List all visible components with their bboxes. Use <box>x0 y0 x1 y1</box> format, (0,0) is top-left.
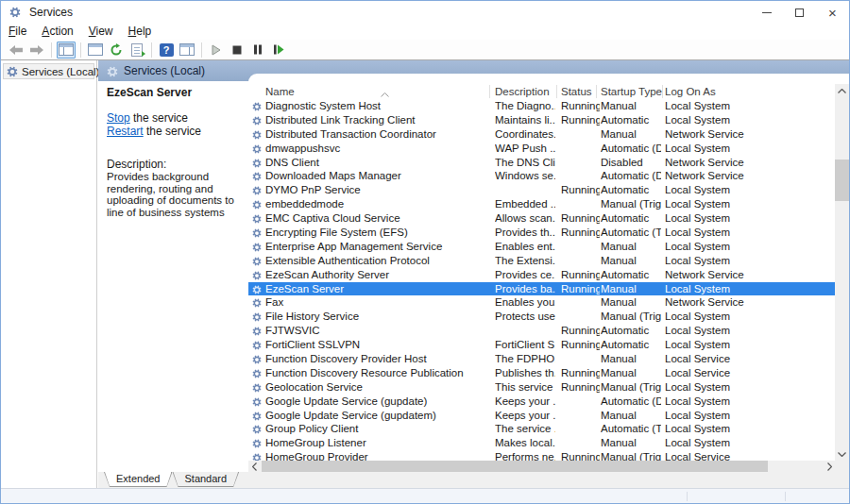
restart-icon <box>273 44 284 55</box>
column-header-log-on-as[interactable]: Log On As <box>665 84 716 99</box>
service-row[interactable]: Google Update Service (gupdate) Keeps yo… <box>248 395 836 409</box>
help-button[interactable]: ? <box>157 42 176 59</box>
horizontal-scrollbar[interactable] <box>248 461 836 472</box>
column-divider[interactable] <box>662 85 663 98</box>
service-row[interactable]: Downloaded Maps Manager Windows se... Au… <box>248 169 836 183</box>
service-description-cell: Provides th... <box>495 226 555 240</box>
horizontal-scrollbar-thumb[interactable] <box>262 461 768 472</box>
restart-service-button[interactable] <box>269 42 288 59</box>
column-header-name[interactable]: Name <box>265 84 295 99</box>
toolbar-separator <box>51 42 52 58</box>
console-tree-icon <box>59 43 74 56</box>
service-description-cell: Provides ba... <box>495 282 555 296</box>
service-description-cell: The service ... <box>495 422 555 436</box>
service-row[interactable]: dmwappushsvc WAP Push ... Automatic (D..… <box>248 142 836 156</box>
properties-icon <box>88 43 103 56</box>
service-row[interactable]: Enterprise App Management Service Enable… <box>248 240 836 254</box>
service-name-cell: HomeGroup Listener <box>265 436 488 450</box>
refresh-button[interactable] <box>107 42 126 59</box>
service-startup-type-cell: Manual <box>601 99 661 113</box>
service-row[interactable]: EzeScan Server Provides ba... Running Ma… <box>248 282 836 296</box>
column-header-status[interactable]: Status <box>561 84 592 99</box>
service-startup-type-cell: Automatic <box>601 338 661 352</box>
description-text: Provides background rendering, routing a… <box>107 171 250 218</box>
service-name-cell: Distributed Transaction Coordinator <box>265 127 488 142</box>
stop-service-link[interactable]: Stop <box>107 111 130 125</box>
menu-file[interactable]: File <box>1 24 34 40</box>
service-status-cell <box>561 352 600 366</box>
column-divider[interactable] <box>556 85 557 98</box>
properties-button[interactable] <box>86 42 105 59</box>
service-list-body: Diagnostic System Host The Diagno... Run… <box>248 99 836 462</box>
show-action-pane-button[interactable] <box>178 42 196 59</box>
service-row[interactable]: Distributed Link Tracking Client Maintai… <box>248 113 836 127</box>
service-row[interactable]: DNS Client The DNS Cli... Disabled Netwo… <box>248 156 836 170</box>
menu-help[interactable]: Help <box>121 24 160 40</box>
service-row[interactable]: Geolocation Service This service ... Run… <box>248 380 836 395</box>
service-logon-cell: Local System <box>665 197 778 211</box>
column-divider[interactable] <box>596 85 597 98</box>
menu-action[interactable]: Action <box>34 24 80 40</box>
service-row[interactable]: DYMO PnP Service Running Automatic Local… <box>248 183 836 197</box>
service-startup-type-cell: Automatic <box>601 324 661 338</box>
toolbar: ? <box>1 40 849 60</box>
service-name-cell: FortiClient SSLVPN <box>265 338 488 352</box>
forward-button[interactable] <box>27 42 46 59</box>
close-button[interactable]: × <box>816 1 849 24</box>
tab-standard[interactable]: Standard <box>172 472 239 487</box>
scrollbar-corner <box>835 461 849 472</box>
service-row[interactable]: Function Discovery Resource Publication … <box>248 366 836 380</box>
service-row[interactable]: File History Service Protects use... Man… <box>248 310 836 324</box>
service-row[interactable]: HomeGroup Listener Makes local... Manual… <box>248 436 836 450</box>
service-logon-cell: Local System <box>665 113 778 127</box>
close-icon: × <box>828 6 837 20</box>
scroll-up-button[interactable] <box>835 84 849 98</box>
service-status-cell: Running <box>561 282 600 296</box>
service-startup-type-cell: Automatic <box>601 211 661 226</box>
service-row[interactable]: EMC Captiva Cloud Service Allows scan...… <box>248 211 836 226</box>
service-row[interactable]: Function Discovery Provider Host The FDP… <box>248 352 836 366</box>
service-description-cell: Publishes th... <box>495 366 555 380</box>
stop-service-button[interactable] <box>228 42 246 59</box>
service-row[interactable]: embeddedmode Embedded ... Manual (Trig..… <box>248 197 836 211</box>
menu-view[interactable]: View <box>81 24 121 40</box>
service-status-cell: Running <box>561 324 600 338</box>
restart-service-link[interactable]: Restart <box>107 125 144 138</box>
minimize-button[interactable] <box>750 1 783 24</box>
vertical-scrollbar[interactable] <box>835 84 849 462</box>
column-header-startup-type[interactable]: Startup Type <box>601 84 662 99</box>
service-row[interactable]: Fax Enables you... Manual Network Servic… <box>248 295 836 310</box>
show-console-tree-button[interactable] <box>57 42 76 59</box>
service-startup-type-cell: Disabled <box>601 156 661 170</box>
start-service-button[interactable] <box>207 42 226 59</box>
chevron-up-icon <box>838 89 846 93</box>
scroll-left-button[interactable] <box>248 461 261 472</box>
service-logon-cell: Network Service <box>665 127 778 142</box>
column-header-description[interactable]: Description <box>495 84 550 99</box>
service-description-cell: The DNS Cli... <box>495 156 555 170</box>
service-row[interactable]: Encrypting File System (EFS) Provides th… <box>248 226 836 240</box>
pause-service-button[interactable] <box>248 42 267 59</box>
service-row[interactable]: EzeScan Authority Server Provides ce... … <box>248 268 836 282</box>
tab-extended[interactable]: Extended <box>104 472 172 487</box>
service-row[interactable]: Distributed Transaction Coordinator Coor… <box>248 127 836 142</box>
service-logon-cell: Local System <box>665 183 778 197</box>
service-row[interactable]: FortiClient SSLVPN FortiClient S... Runn… <box>248 338 836 352</box>
back-button[interactable] <box>7 42 26 59</box>
export-list-button[interactable] <box>128 42 146 59</box>
service-row[interactable]: Extensible Authentication Protocol The E… <box>248 254 836 268</box>
maximize-button[interactable] <box>783 1 816 24</box>
service-row[interactable]: Diagnostic System Host The Diagno... Run… <box>248 99 836 113</box>
service-row[interactable]: FJTWSVIC Running Automatic Local System <box>248 324 836 338</box>
service-status-cell: Running <box>561 338 600 352</box>
service-row[interactable]: Google Update Service (gupdatem) Keeps y… <box>248 409 836 423</box>
service-logon-cell: Network Service <box>665 268 778 282</box>
scroll-down-button[interactable] <box>835 447 849 462</box>
vertical-scrollbar-thumb[interactable] <box>835 160 849 201</box>
service-row[interactable]: Group Policy Client The service ... Auto… <box>248 422 836 436</box>
stop-service-suffix: the service <box>130 111 188 125</box>
column-divider[interactable] <box>489 85 490 98</box>
tree-item-services-local[interactable]: Services (Local) <box>3 63 94 79</box>
service-status-cell <box>561 142 600 156</box>
service-startup-type-cell: Automatic <box>601 183 661 197</box>
